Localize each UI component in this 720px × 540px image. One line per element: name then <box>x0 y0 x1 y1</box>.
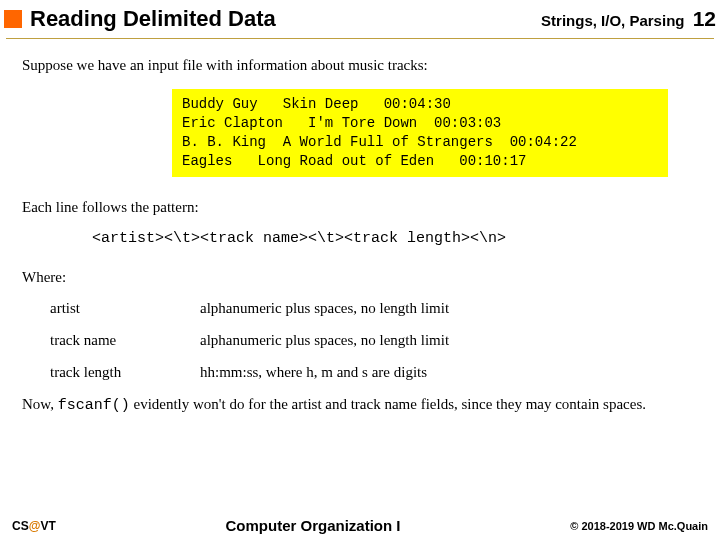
def-term: track length <box>50 362 200 382</box>
def-desc: alphanumeric plus spaces, no length limi… <box>200 330 698 350</box>
def-term: artist <box>50 298 200 318</box>
lead-text: Suppose we have an input file with infor… <box>22 55 698 75</box>
def-row: artist alphanumeric plus spaces, no leng… <box>50 298 698 318</box>
page-number: 12 <box>693 7 716 30</box>
footer-left: CS@VT <box>12 519 56 533</box>
header-topic: Strings, I/O, Parsing <box>541 12 684 29</box>
def-row: track name alphanumeric plus spaces, no … <box>50 330 698 350</box>
orange-square-icon <box>4 10 22 28</box>
final-mono: fscanf() <box>58 397 130 414</box>
title-bar: Reading Delimited Data Strings, I/O, Par… <box>0 0 720 36</box>
def-term: track name <box>50 330 200 350</box>
header-topic-wrap: Strings, I/O, Parsing 12 <box>541 7 716 31</box>
content-area: Suppose we have an input file with infor… <box>0 39 720 416</box>
final-paragraph: Now, fscanf() evidently won't do for the… <box>22 394 698 416</box>
footer-center: Computer Organization I <box>56 517 571 534</box>
where-label: Where: <box>22 267 698 287</box>
pattern-code: <artist><\t><track name><\t><track lengt… <box>92 229 698 249</box>
footer-right: © 2018-2019 WD Mc.Quain <box>570 520 708 532</box>
footer: CS@VT Computer Organization I © 2018-201… <box>0 517 720 534</box>
def-row: track length hh:mm:ss, where h, m and s … <box>50 362 698 382</box>
footer-cs: CS <box>12 519 29 533</box>
final-prefix: Now, <box>22 396 58 412</box>
def-desc: alphanumeric plus spaces, no length limi… <box>200 298 698 318</box>
sample-data-block: Buddy Guy Skin Deep 00:04:30 Eric Clapto… <box>172 89 668 177</box>
pattern-label: Each line follows the pattern: <box>22 197 698 217</box>
footer-at: @ <box>29 519 41 533</box>
final-suffix: evidently won't do for the artist and tr… <box>130 396 646 412</box>
slide-title: Reading Delimited Data <box>30 6 541 32</box>
def-desc: hh:mm:ss, where h, m and s are digits <box>200 362 698 382</box>
footer-vt: VT <box>40 519 55 533</box>
